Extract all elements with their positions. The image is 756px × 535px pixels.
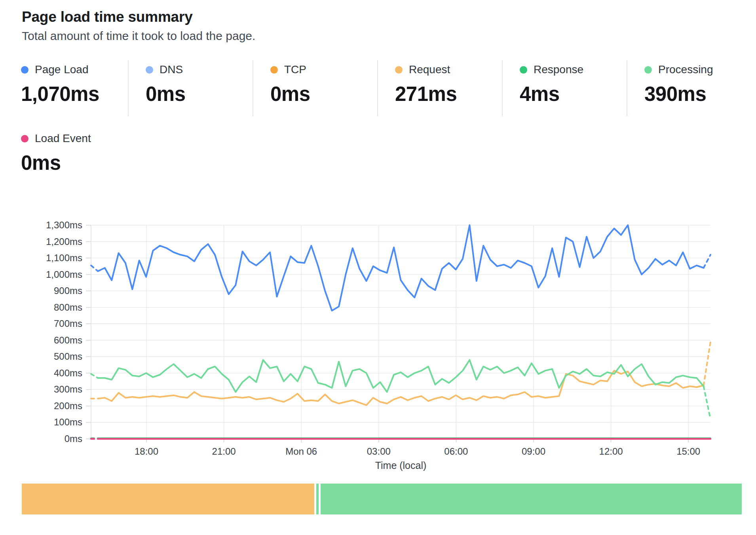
stat-label: Request (409, 63, 450, 76)
series-line-request (704, 342, 710, 385)
stat-label: Load Event (35, 132, 91, 145)
stat-label: Response (534, 63, 583, 76)
processing-legend-dot-icon (644, 66, 652, 74)
x-tick-label: 21:00 (212, 446, 236, 457)
x-axis-title: Time (local) (375, 460, 427, 471)
stat-divider (253, 60, 253, 116)
y-tick-label: 1,100ms (46, 252, 82, 263)
request-legend-dot-icon (395, 66, 403, 74)
stat-label: TCP (284, 63, 306, 76)
series-line-page-load (98, 225, 703, 311)
y-tick-label: 1,200ms (46, 236, 82, 247)
stat-processing: Processing 390ms (644, 63, 713, 106)
page-load-legend-dot-icon (21, 66, 28, 74)
stat-value: 390ms (644, 82, 713, 106)
results-strip-segment-passing-period[interactable] (321, 484, 742, 514)
stat-label: Page Load (35, 63, 88, 76)
y-tick-label: 200ms (54, 400, 82, 411)
stat-divider (502, 60, 503, 116)
y-tick-label: 1,300ms (46, 220, 82, 230)
stat-dns: DNS 0ms (146, 63, 186, 106)
x-tick-label: 09:00 (522, 446, 545, 457)
x-tick-label: 06:00 (444, 446, 468, 457)
stat-request: Request 271ms (395, 63, 457, 106)
x-tick-label: 12:00 (599, 446, 623, 457)
y-tick-label: 900ms (54, 285, 82, 296)
series-line-processing (704, 386, 710, 419)
stat-label: DNS (160, 63, 183, 76)
load-time-chart[interactable]: 0ms100ms200ms300ms400ms500ms600ms700ms80… (0, 174, 756, 487)
x-tick-label: Mon 06 (285, 446, 317, 457)
series-line-processing (98, 360, 703, 392)
y-tick-label: 600ms (54, 335, 82, 345)
dns-legend-dot-icon (146, 66, 153, 74)
stat-load-event: Load Event 0ms (21, 132, 91, 175)
stat-value: 0ms (146, 82, 186, 106)
stat-value: 1,070ms (21, 82, 99, 106)
results-strip-segment-degraded-period[interactable] (22, 484, 314, 514)
x-tick-label: 18:00 (135, 446, 158, 457)
page-title: Page load time summary (22, 9, 193, 25)
stat-divider (377, 60, 378, 116)
stat-value: 4ms (520, 82, 583, 106)
x-tick-label: 15:00 (676, 446, 700, 457)
stat-divider (627, 60, 627, 116)
stat-value: 271ms (395, 82, 457, 106)
y-tick-label: 0ms (65, 433, 82, 444)
response-legend-dot-icon (520, 66, 527, 74)
y-tick-label: 700ms (54, 318, 82, 329)
y-tick-label: 400ms (54, 368, 82, 378)
stat-value: 0ms (21, 151, 91, 175)
stat-divider (128, 60, 129, 116)
stat-page-load: Page Load 1,070ms (21, 63, 99, 106)
y-tick-label: 800ms (54, 302, 82, 313)
load-time-chart-svg[interactable]: 0ms100ms200ms300ms400ms500ms600ms700ms80… (0, 174, 756, 487)
page-subtitle: Total amount of time it took to load the… (22, 29, 255, 43)
stat-value: 0ms (270, 82, 310, 106)
stat-label: Processing (658, 63, 713, 76)
stat-tcp: TCP 0ms (270, 63, 310, 106)
load-event-legend-dot-icon (21, 135, 28, 142)
stat-response: Response 4ms (520, 63, 583, 106)
series-line-page-load (91, 266, 98, 271)
y-tick-label: 300ms (54, 384, 82, 395)
page-load-summary-panel: Page load time summary Total amount of t… (0, 0, 756, 535)
series-line-page-load (704, 255, 710, 268)
y-tick-label: 1,000ms (46, 269, 82, 280)
x-tick-label: 03:00 (367, 446, 391, 457)
check-results-strip[interactable] (22, 484, 742, 514)
tcp-legend-dot-icon (270, 66, 278, 74)
series-line-processing (91, 374, 98, 378)
y-tick-label: 500ms (54, 351, 82, 362)
y-tick-label: 100ms (54, 417, 82, 427)
